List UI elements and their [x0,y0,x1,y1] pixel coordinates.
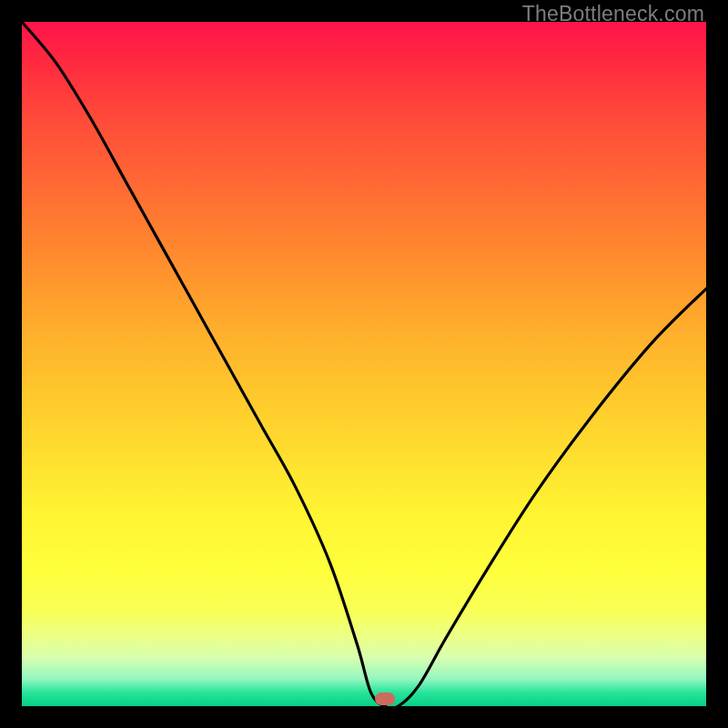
chart-frame: TheBottleneck.com [0,0,728,728]
curve-path [22,22,706,706]
optimum-marker [375,693,395,705]
plot-area [22,22,706,706]
bottleneck-curve [22,22,706,706]
